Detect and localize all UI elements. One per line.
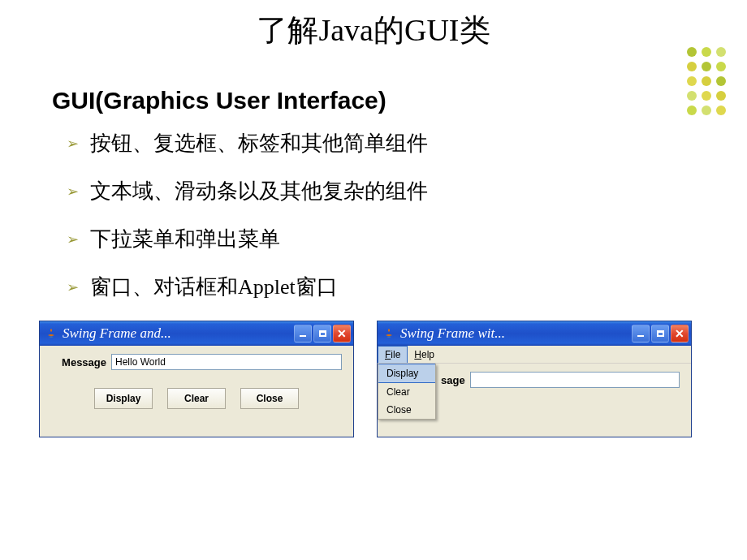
message-label: Message bbox=[51, 356, 106, 368]
chevron-right-icon: ➢ bbox=[67, 183, 79, 200]
example-window-1: Swing Frame and... ✕ Message Display Cle… bbox=[39, 321, 354, 437]
bullet-list: ➢ 按钮、复选框、标签和其他简单组件 ➢ 文本域、滑动条以及其他复杂的组件 ➢ … bbox=[67, 129, 747, 301]
bullet-text: 按钮、复选框、标签和其他简单组件 bbox=[90, 129, 428, 157]
slide-title: 了解Java的GUI类 bbox=[0, 0, 747, 51]
close-button[interactable]: ✕ bbox=[333, 325, 351, 342]
menu-file[interactable]: File bbox=[378, 346, 408, 363]
window-title: Swing Frame wit... bbox=[400, 325, 632, 342]
bullet-text: 文本域、滑动条以及其他复杂的组件 bbox=[90, 177, 428, 205]
titlebar[interactable]: Swing Frame and... ✕ bbox=[40, 321, 353, 346]
decorative-dots bbox=[687, 47, 731, 120]
close-button[interactable]: Close bbox=[240, 388, 299, 409]
close-icon: ✕ bbox=[675, 328, 684, 339]
menu-help[interactable]: Help bbox=[408, 346, 441, 363]
chevron-right-icon: ➢ bbox=[67, 135, 79, 153]
display-button[interactable]: Display bbox=[94, 388, 153, 409]
bullet-text: 下拉菜单和弹出菜单 bbox=[90, 225, 280, 253]
close-button[interactable]: ✕ bbox=[671, 325, 689, 342]
dropdown-item-display[interactable]: Display bbox=[378, 364, 435, 383]
minimize-button[interactable] bbox=[294, 325, 312, 342]
clear-button[interactable]: Clear bbox=[167, 388, 226, 409]
message-label-partial: sage bbox=[441, 374, 465, 386]
minimize-button[interactable] bbox=[632, 325, 650, 342]
close-icon: ✕ bbox=[337, 328, 347, 339]
message-input[interactable] bbox=[470, 372, 680, 388]
maximize-button[interactable] bbox=[313, 325, 331, 342]
bullet-item: ➢ 窗口、对话框和Applet窗口 bbox=[67, 273, 747, 301]
titlebar[interactable]: Swing Frame wit... ✕ bbox=[378, 321, 691, 346]
bullet-item: ➢ 下拉菜单和弹出菜单 bbox=[67, 225, 747, 253]
file-dropdown: Display Clear Close bbox=[378, 364, 436, 420]
dropdown-item-close[interactable]: Close bbox=[378, 401, 435, 419]
maximize-button[interactable] bbox=[651, 325, 669, 342]
message-input[interactable] bbox=[111, 354, 342, 370]
bullet-text: 窗口、对话框和Applet窗口 bbox=[90, 273, 338, 301]
window-title: Swing Frame and... bbox=[63, 325, 294, 342]
chevron-right-icon: ➢ bbox=[67, 278, 79, 296]
subtitle: GUI(Graphics User Interface) bbox=[52, 87, 747, 114]
example-window-2: Swing Frame wit... ✕ File Help Display C… bbox=[377, 321, 692, 437]
bullet-item: ➢ 文本域、滑动条以及其他复杂的组件 bbox=[67, 177, 747, 205]
dropdown-item-clear[interactable]: Clear bbox=[378, 383, 435, 401]
java-icon bbox=[45, 327, 58, 340]
menubar: File Help bbox=[378, 346, 691, 364]
java-icon bbox=[382, 327, 395, 340]
bullet-item: ➢ 按钮、复选框、标签和其他简单组件 bbox=[67, 129, 747, 157]
chevron-right-icon: ➢ bbox=[67, 230, 79, 248]
